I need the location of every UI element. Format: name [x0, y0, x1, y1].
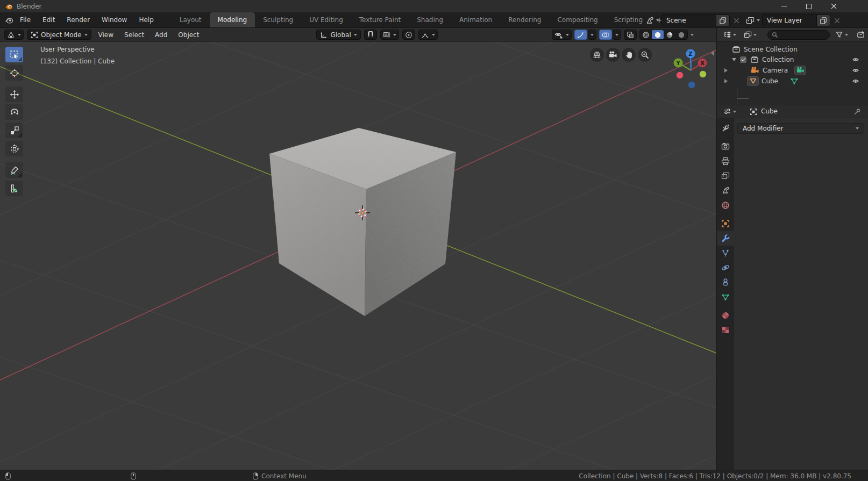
cube-object[interactable] [269, 128, 463, 324]
pin-icon[interactable] [853, 108, 862, 116]
outliner-item-label[interactable]: Collection [762, 56, 794, 63]
hide-eye-icon[interactable] [852, 56, 859, 63]
tool-scale[interactable] [5, 123, 23, 138]
outliner-item-label[interactable]: Scene Collection [744, 46, 798, 53]
tab-constraints[interactable] [717, 275, 734, 289]
menu-window[interactable]: Window [96, 12, 133, 27]
tab-object-data[interactable] [717, 290, 734, 304]
tool-annotate[interactable] [5, 162, 23, 178]
outliner-row-scene-collection[interactable]: Scene Collection [717, 44, 868, 54]
axis-gizmo[interactable]: Z Y X [674, 49, 707, 89]
view-layer-name[interactable]: View Layer [763, 17, 816, 24]
new-collection-button[interactable] [857, 30, 865, 40]
tab-object[interactable] [717, 216, 734, 231]
outliner-row-collection[interactable]: Collection [717, 54, 868, 64]
outliner-row-cube[interactable]: Cube [717, 76, 868, 86]
hide-eye-icon[interactable] [852, 67, 859, 74]
tab-view-layer[interactable] [717, 168, 734, 183]
axis-y-neg-ball[interactable] [700, 71, 706, 77]
workspace-tab-layout[interactable]: Layout [172, 12, 210, 27]
gizmo-dropdown[interactable] [588, 30, 596, 40]
outliner-row-camera[interactable]: Camera [717, 65, 868, 75]
minimize-button[interactable] [772, 0, 796, 12]
close-button[interactable] [821, 0, 846, 12]
outliner-search-input[interactable] [781, 31, 826, 39]
falloff-selector[interactable] [418, 30, 438, 40]
orbit-gizmo-button[interactable] [590, 48, 604, 62]
menu-render[interactable]: Render [61, 12, 96, 27]
overlays-toggle[interactable] [599, 30, 612, 40]
workspace-tab-rendering[interactable]: Rendering [500, 12, 549, 27]
workspace-tab-shading[interactable]: Shading [409, 12, 451, 27]
workspace-tab-scripting[interactable]: Scripting [606, 12, 651, 27]
expand-arrow-icon[interactable] [724, 68, 728, 73]
menu-help[interactable]: Help [133, 12, 159, 27]
viewport-canvas[interactable]: Z Y X [0, 42, 716, 470]
properties-editor-type-button[interactable] [723, 106, 736, 117]
tab-physics[interactable] [717, 260, 734, 275]
tab-scene[interactable] [717, 183, 734, 197]
expand-arrow-icon[interactable] [724, 79, 728, 83]
hide-eye-icon[interactable] [852, 78, 859, 84]
scene-name[interactable]: Scene [662, 17, 716, 24]
tool-cursor[interactable] [5, 65, 23, 81]
camera-view-button[interactable] [606, 48, 620, 62]
overlays-dropdown[interactable] [613, 30, 621, 40]
shading-dropdown[interactable] [691, 34, 694, 36]
tool-measure[interactable] [5, 181, 23, 196]
new-scene-button[interactable] [716, 15, 729, 26]
tab-render[interactable] [717, 139, 734, 153]
add-modifier-dropdown[interactable]: Add Modifier [737, 123, 864, 134]
camera-data-button[interactable] [794, 66, 806, 75]
chevron-down-icon[interactable] [656, 19, 659, 21]
outliner-editor-type-button[interactable] [723, 30, 736, 40]
viewport-menu-add[interactable]: Add [151, 31, 171, 39]
active-object-indicator[interactable] [747, 76, 759, 86]
workspace-tab-animation[interactable]: Animation [451, 12, 500, 27]
axis-x-neg-ball[interactable] [677, 72, 683, 78]
pan-view-button[interactable] [622, 48, 636, 62]
axis-z-neg-ball[interactable] [688, 82, 695, 88]
menu-edit[interactable]: Edit [37, 12, 61, 27]
outliner-filter-button[interactable] [835, 30, 848, 40]
tab-texture[interactable] [717, 322, 734, 337]
viewport-menu-select[interactable]: Select [120, 31, 148, 39]
proportional-editing-toggle[interactable] [402, 30, 415, 40]
outliner-item-label[interactable]: Cube [762, 77, 778, 85]
tab-output[interactable] [717, 154, 734, 168]
gizmo-toggle[interactable] [574, 30, 587, 40]
tool-select-box[interactable] [5, 47, 23, 62]
blender-menu-logo-icon[interactable] [4, 16, 14, 24]
remove-view-layer-button[interactable] [833, 15, 841, 26]
shading-material-button[interactable] [664, 30, 675, 39]
view-layer-icon[interactable] [746, 16, 755, 25]
new-view-layer-button[interactable] [816, 15, 830, 26]
workspace-tab-compositing[interactable]: Compositing [549, 12, 606, 27]
workspace-tab-texture-paint[interactable]: Texture Paint [351, 12, 409, 27]
expand-arrow-icon[interactable] [732, 58, 736, 61]
tool-rotate[interactable] [5, 104, 23, 120]
outliner-item-label[interactable]: Camera [763, 67, 788, 74]
snap-toggle[interactable] [364, 30, 377, 40]
tab-material[interactable] [717, 308, 734, 322]
tab-particles[interactable] [717, 246, 734, 260]
outliner-search[interactable] [767, 30, 830, 40]
tool-transform[interactable] [5, 141, 23, 156]
snap-target-selector[interactable] [380, 30, 399, 40]
tool-move[interactable] [5, 87, 23, 102]
unlink-scene-button[interactable] [732, 15, 741, 26]
mode-selector[interactable]: Object Mode [27, 30, 91, 40]
shading-rendered-button[interactable] [675, 30, 687, 39]
zoom-view-button[interactable] [638, 48, 652, 62]
maximize-button[interactable] [796, 0, 821, 12]
editor-type-button[interactable] [4, 30, 24, 40]
tab-tool[interactable] [717, 120, 734, 135]
transform-orientation-selector[interactable]: Global [316, 30, 360, 40]
scene-icon[interactable] [645, 16, 654, 25]
workspace-tab-uv-editing[interactable]: UV Editing [301, 12, 351, 27]
workspace-tab-modeling[interactable]: Modeling [210, 12, 255, 27]
visibility-dropdown[interactable] [552, 30, 572, 40]
shading-solid-button[interactable] [652, 30, 664, 39]
sidebar-collapse-arrow[interactable] [711, 51, 714, 56]
viewport-menu-view[interactable]: View [95, 31, 117, 39]
